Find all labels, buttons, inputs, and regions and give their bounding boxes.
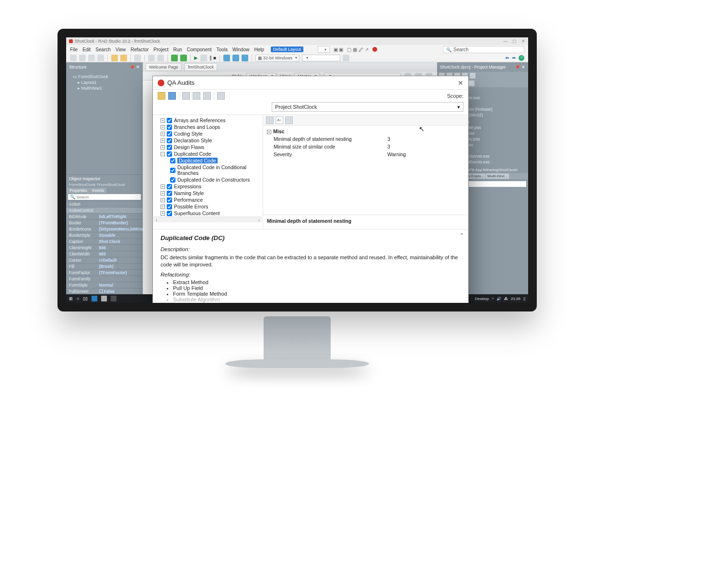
audit-tree-node[interactable]: +Expressions — [154, 183, 262, 190]
prop-value[interactable] — [96, 207, 149, 214]
prop-sort-icon[interactable]: A↓ — [276, 116, 283, 124]
tb-rundebug-icon[interactable] — [180, 55, 187, 61]
audit-checkbox[interactable] — [167, 151, 172, 157]
oi-tab-properties[interactable]: Properties — [67, 188, 89, 193]
tb-open-icon[interactable] — [79, 55, 86, 61]
taskview-icon[interactable]: ▯▯ — [83, 296, 88, 301]
tb-run-icon[interactable] — [171, 55, 178, 61]
maximize-icon[interactable]: ▢ — [512, 39, 517, 44]
panel-pin-icon[interactable]: 📌 ✕ — [515, 65, 525, 69]
layout-tag[interactable]: Default Layout — [271, 46, 303, 52]
tb-folder2-icon[interactable] — [120, 55, 127, 61]
audit-checkbox[interactable] — [170, 158, 175, 163]
menu-file[interactable]: File — [70, 47, 78, 52]
toolbar-misc-icons[interactable]: ▢ ▦ 🖉 ↗ — [347, 47, 368, 52]
menu-run[interactable]: Run — [173, 47, 182, 52]
menu-tools[interactable]: Tools — [217, 47, 228, 52]
audit-checkbox[interactable] — [167, 191, 172, 196]
device-selector[interactable] — [302, 55, 340, 61]
desktop-label[interactable]: Desktop — [475, 297, 489, 301]
prop-name[interactable]: Border — [66, 220, 96, 226]
prop-value[interactable]: Sizeable — [96, 232, 149, 239]
menu-project[interactable]: Project — [153, 47, 168, 52]
prop-name[interactable]: BorderIcons — [66, 226, 96, 232]
menu-window[interactable]: Window — [232, 47, 250, 52]
prop-name[interactable]: ClientWidth — [66, 251, 96, 257]
menu-edit[interactable]: Edit — [82, 47, 91, 52]
menu-refactor[interactable]: Refactor — [131, 47, 149, 52]
audit-checkbox[interactable] — [167, 184, 172, 189]
prop-categorize-icon[interactable] — [266, 116, 274, 124]
audit-tree-node[interactable]: +Possible Errors — [154, 203, 262, 210]
audit-tree-node[interactable]: +Superfluous Content — [154, 210, 262, 217]
pm-refresh-icon[interactable]: ↻ — [469, 81, 474, 86]
audit-prop-name[interactable]: Minimal size of similar code — [267, 143, 385, 150]
audit-checkbox[interactable] — [170, 168, 175, 173]
tb-view1-icon[interactable] — [148, 55, 155, 61]
help-icon[interactable]: ? — [519, 55, 524, 61]
tab-welcome[interactable]: Welcome Page — [146, 63, 182, 71]
layout-selector[interactable] — [318, 46, 330, 53]
pm-tab-multidevice[interactable]: Multi-Devi... — [486, 173, 509, 179]
prop-value[interactable]: Normal — [96, 282, 149, 288]
audit-prop-value[interactable]: 3 — [385, 143, 464, 150]
audit-tb-save-icon[interactable] — [168, 92, 176, 100]
tb-step3-icon[interactable] — [242, 55, 248, 61]
tray-network-icon[interactable]: 🖧 — [504, 297, 508, 301]
audit-prop-name[interactable]: Minimal depth of statement nesting — [267, 135, 385, 143]
tree-hscroll[interactable]: ‹› — [154, 217, 262, 222]
pm-tb-icon[interactable] — [470, 73, 475, 79]
tb-stop-icon[interactable]: ∥ ■ — [209, 55, 216, 60]
tb-step1-icon[interactable] — [223, 55, 230, 61]
scope-selector[interactable]: Project ShotClock ▾ — [272, 102, 463, 112]
tab-active[interactable]: frmShotClock — [185, 63, 217, 71]
menu-search[interactable]: Search — [95, 47, 111, 52]
prop-value[interactable]: [biSystemMenu,biMinim — [96, 226, 149, 232]
audit-checkbox[interactable] — [167, 197, 172, 203]
explorer-icon[interactable] — [101, 296, 107, 301]
audit-checkbox[interactable] — [167, 118, 172, 123]
desktop-icons[interactable]: ▣ ▣ — [334, 47, 344, 52]
prop-value[interactable]: (TFormBorder) — [96, 220, 149, 226]
audit-checkbox[interactable] — [167, 204, 172, 209]
store-icon[interactable] — [111, 296, 116, 301]
tb-device-icon[interactable] — [343, 55, 349, 61]
audit-checkbox[interactable] — [167, 131, 172, 137]
prop-pages-icon[interactable] — [285, 116, 293, 124]
prop-value[interactable]: 506 — [96, 245, 149, 251]
structure-tree[interactable]: ▭ FormShotClock ▸ Layout1 ▸ MultiView1 — [66, 72, 143, 93]
tb-pause-icon[interactable] — [200, 55, 207, 61]
prop-name[interactable]: FormFactor — [66, 270, 96, 276]
prop-group[interactable]: −Misc — [267, 127, 464, 135]
audit-checkbox[interactable] — [167, 145, 172, 150]
prop-value[interactable]: (TFormFactor) — [96, 270, 149, 276]
prop-value[interactable]: bdLeftToRight — [96, 214, 149, 220]
prop-value[interactable]: 683 — [96, 251, 149, 257]
prop-value[interactable]: (Brush) — [96, 264, 149, 270]
close-icon[interactable]: ✕ — [521, 39, 525, 44]
prop-value[interactable] — [96, 276, 149, 282]
structure-child[interactable]: ▸ Layout1 — [69, 80, 140, 85]
tb-new-icon[interactable] — [70, 55, 77, 61]
scroll-up-icon[interactable]: ⌃ — [460, 232, 467, 239]
audit-tb-icon[interactable] — [158, 92, 165, 100]
audit-tree-child[interactable]: Duplicated Code in Constructors — [154, 176, 262, 183]
audit-tb-icon[interactable] — [203, 92, 211, 100]
property-grid[interactable]: ActionActiveControlBiDiModebdLeftToRight… — [66, 201, 149, 294]
prop-name[interactable]: BorderStyle — [66, 232, 96, 239]
win-start-icon[interactable]: ⊞ — [69, 296, 73, 301]
audit-tree[interactable]: +Arrays and References+Branches and Loop… — [153, 115, 263, 229]
audit-tree-node[interactable]: +Design Flaws — [154, 144, 262, 150]
tray-time[interactable]: 21:26 — [511, 297, 520, 301]
prop-name[interactable]: Fill — [66, 264, 96, 270]
prop-name[interactable]: Caption — [66, 239, 96, 245]
prop-name[interactable]: ClientHeight — [66, 245, 96, 251]
audit-tree-child[interactable]: Duplicated Code — [154, 157, 262, 164]
cortana-icon[interactable]: ○ — [77, 296, 79, 301]
prop-name[interactable]: Cursor — [66, 257, 96, 264]
prop-value[interactable]: crDefault — [96, 257, 149, 264]
audit-checkbox[interactable] — [167, 138, 172, 143]
structure-root[interactable]: ▭ FormShotClock — [69, 74, 140, 80]
audit-prop-name[interactable]: Severity — [267, 150, 385, 158]
nav-back-icon[interactable]: ⬅ — [505, 55, 509, 61]
